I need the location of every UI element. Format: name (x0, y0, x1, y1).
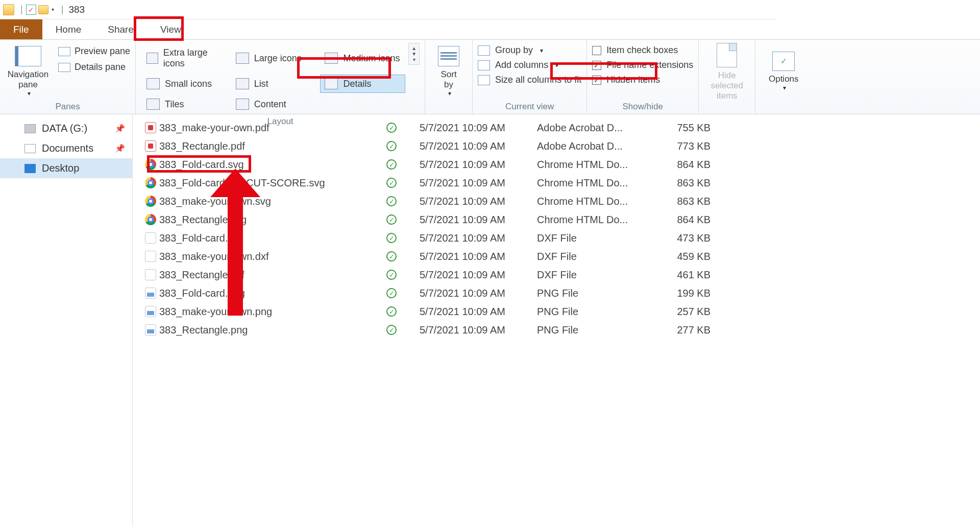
nav-item-data-g-[interactable]: DATA (G:)📌 (0, 118, 132, 138)
nav-item-label: Documents (42, 142, 93, 154)
file-row[interactable]: 383_Fold-card.png✓5/7/2021 10:09 AMPNG F… (145, 284, 965, 302)
navigation-pane-button[interactable]: Navigation pane ▾ (5, 43, 51, 100)
file-type-chrome-icon (145, 196, 156, 207)
file-name: 383_Rectangle.dxf (159, 269, 363, 281)
navigation-tree[interactable]: DATA (G:)📌Documents📌Desktop (0, 114, 133, 526)
file-row[interactable]: 383_Fold-card-CRICUT-SCORE.svg✓5/7/2021 … (145, 174, 965, 192)
quick-access-save-icon[interactable]: ✓ (26, 5, 36, 15)
file-row[interactable]: 383_Rectangle.pdf✓5/7/2021 10:09 AMAdobe… (145, 137, 965, 155)
layout-extra-large-icons[interactable]: Extra large icons (142, 44, 227, 73)
file-row[interactable]: 383_make-your-own.dxf✓5/7/2021 10:09 AMD… (145, 247, 965, 266)
file-type-pdf-icon (145, 140, 156, 152)
layout-icon (236, 78, 249, 89)
file-type: PNG File (537, 288, 659, 299)
navigation-pane-label: Navigation pane (8, 69, 48, 90)
file-status-icon: ✓ (386, 196, 397, 206)
file-date: 5/7/2021 10:09 AM (420, 324, 537, 336)
ribbon-group-layout: Extra large icons Large icons Medium ico… (136, 40, 425, 114)
sort-by-button[interactable]: Sort by ▾ (433, 43, 464, 100)
file-status-icon: ✓ (386, 233, 397, 243)
file-row[interactable]: 383_Fold-card.svg✓5/7/2021 10:09 AMChrom… (145, 155, 965, 174)
size-columns-icon (478, 75, 490, 85)
file-type: DXF File (537, 232, 659, 244)
page-icon (717, 43, 737, 67)
chevron-down-icon: ▾ (540, 47, 543, 54)
layout-medium-icons[interactable]: Medium icons (320, 44, 405, 73)
file-type: Adobe Acrobat D... (537, 140, 659, 152)
checkbox-checked-icon: ✓ (592, 61, 601, 70)
ribbon-group-hide-selected: Hide selected items (699, 40, 755, 114)
add-columns-label: Add columns (495, 60, 548, 70)
file-name: 383_Fold-card-CRICUT-SCORE.svg (159, 177, 363, 189)
group-label-layout: Layout (141, 114, 420, 128)
folder-small-icon (38, 5, 48, 14)
preview-pane-button[interactable]: Preview pane (58, 46, 130, 57)
layout-tiles[interactable]: Tiles (142, 95, 227, 113)
sort-by-label: Sort by (440, 69, 456, 90)
file-row[interactable]: 383_Fold-card.dxf✓5/7/2021 10:09 AMDXF F… (145, 229, 965, 247)
file-date: 5/7/2021 10:09 AM (420, 288, 537, 299)
file-type: PNG File (537, 324, 659, 336)
nav-item-documents[interactable]: Documents📌 (0, 138, 132, 158)
file-list[interactable]: 383_make-your-own.pdf✓5/7/2021 10:09 AMA… (133, 114, 980, 526)
file-name: 383_make-your-own.svg (159, 196, 363, 207)
ribbon: Navigation pane ▾ Preview pane Details p… (0, 40, 980, 114)
layout-gallery-scroll[interactable]: ▲ ▼ ▾ (408, 43, 420, 65)
details-pane-label: Details pane (75, 62, 126, 73)
tab-view[interactable]: View (147, 19, 194, 39)
file-size: 459 KB (659, 251, 716, 262)
layout-icon (146, 78, 160, 89)
layout-details[interactable]: Details (320, 75, 405, 93)
layout-large-icons[interactable]: Large icons (231, 44, 316, 73)
file-size: 277 KB (659, 324, 716, 336)
file-type-png-icon (145, 306, 156, 317)
preview-pane-icon (58, 47, 70, 56)
ribbon-group-show-hide: Item check boxes ✓File name extensions ✓… (587, 40, 699, 114)
file-size: 199 KB (659, 288, 716, 299)
chevron-down-icon: ▾ (28, 90, 31, 97)
file-type: Chrome HTML Do... (537, 159, 659, 171)
file-row[interactable]: 383_Rectangle.svg✓5/7/2021 10:09 AMChrom… (145, 210, 965, 229)
tab-share[interactable]: Share (94, 19, 147, 39)
options-button[interactable]: Options ▾ (761, 43, 806, 100)
layout-list[interactable]: List (231, 75, 316, 93)
tab-home[interactable]: Home (42, 19, 95, 39)
file-date: 5/7/2021 10:09 AM (420, 122, 537, 134)
file-row[interactable]: 383_make-your-own.svg✓5/7/2021 10:09 AMC… (145, 192, 965, 210)
layout-small-icons[interactable]: Small icons (142, 75, 227, 93)
add-columns-button[interactable]: Add columns▾ (478, 60, 581, 70)
desk-icon (24, 164, 36, 173)
nav-item-label: DATA (G:) (42, 123, 87, 134)
layout-icon (325, 53, 338, 64)
hidden-items-toggle[interactable]: ✓Hidden items (592, 75, 693, 85)
qat-dropdown-icon[interactable]: ▾ (52, 7, 54, 12)
size-all-columns-label: Size all columns to fit (495, 75, 581, 85)
file-size: 755 KB (659, 122, 716, 134)
layout-content[interactable]: Content (231, 95, 316, 113)
size-all-columns-button[interactable]: Size all columns to fit (478, 75, 581, 85)
hide-selected-button[interactable]: Hide selected items (704, 43, 750, 101)
ribbon-group-panes: Navigation pane ▾ Preview pane Details p… (0, 40, 136, 114)
file-row[interactable]: 383_Rectangle.png✓5/7/2021 10:09 AMPNG F… (145, 321, 965, 339)
file-name-extensions-toggle[interactable]: ✓File name extensions (592, 60, 693, 70)
file-type-chrome-icon (145, 177, 156, 188)
checkbox-checked-icon: ✓ (592, 76, 601, 85)
preview-pane-label: Preview pane (75, 46, 130, 57)
file-type: Chrome HTML Do... (537, 177, 659, 189)
file-status-icon: ✓ (386, 214, 397, 225)
details-pane-button[interactable]: Details pane (58, 62, 130, 73)
tab-file[interactable]: File (0, 19, 42, 39)
item-check-boxes-toggle[interactable]: Item check boxes (592, 45, 693, 56)
hide-selected-label: Hide selected items (704, 70, 750, 101)
layout-label: Medium icons (343, 53, 400, 64)
file-date: 5/7/2021 10:09 AM (420, 232, 537, 244)
file-type-blank-icon (145, 232, 156, 244)
file-type: DXF File (537, 269, 659, 281)
file-row[interactable]: 383_make-your-own.png✓5/7/2021 10:09 AMP… (145, 302, 965, 321)
file-row[interactable]: 383_Rectangle.dxf✓5/7/2021 10:09 AMDXF F… (145, 266, 965, 284)
file-type: Chrome HTML Do... (537, 196, 659, 207)
group-label-spacer (704, 101, 750, 114)
add-columns-icon (478, 60, 490, 70)
group-by-button[interactable]: Group by▾ (478, 45, 581, 56)
nav-item-desktop[interactable]: Desktop (0, 158, 132, 178)
